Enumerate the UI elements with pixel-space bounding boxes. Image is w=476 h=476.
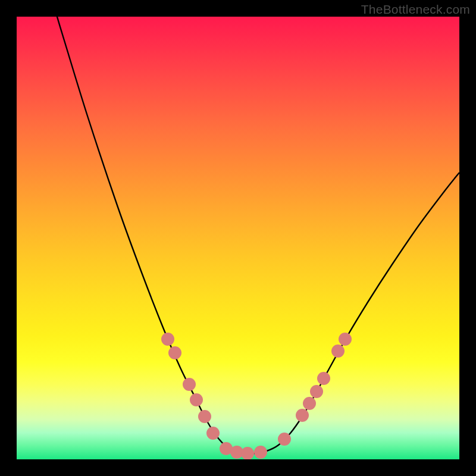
curve-marker-dot — [206, 427, 220, 440]
curve-marker-dot — [161, 333, 174, 346]
watermark-text: TheBottleneck.com — [361, 2, 470, 17]
chart-frame: TheBottleneck.com — [0, 0, 476, 476]
curve-marker-dot — [183, 378, 196, 391]
curve-marker-dot — [241, 447, 254, 459]
curve-marker-dot — [331, 345, 345, 358]
curve-marker-dot — [190, 393, 203, 406]
curve-marker-dot — [168, 346, 181, 359]
curve-marker-dot — [310, 385, 323, 398]
plot-area — [17, 17, 459, 459]
curve-marker-dot — [296, 409, 309, 422]
curve-marker-dot — [198, 410, 211, 423]
curve-marker-dot — [254, 446, 267, 459]
curve-marker-dot — [339, 333, 352, 346]
curve-markers — [17, 17, 459, 459]
curve-marker-dot — [278, 433, 291, 446]
curve-marker-dot — [303, 397, 316, 410]
curve-marker-dot — [317, 372, 330, 385]
